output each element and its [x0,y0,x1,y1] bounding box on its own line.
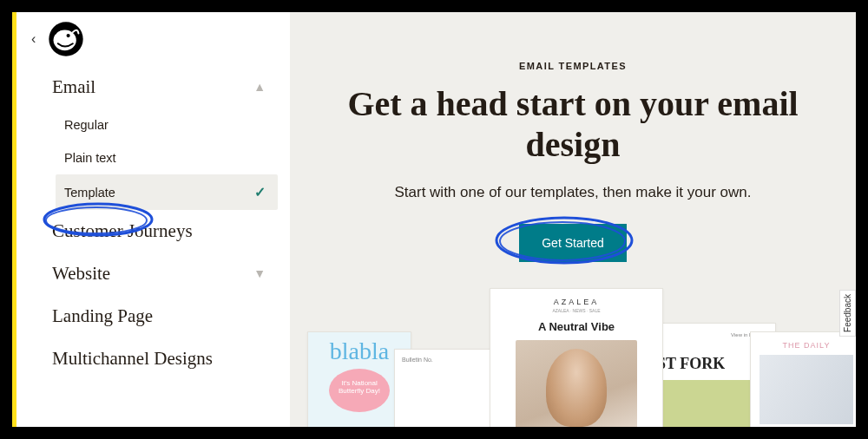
sub-item-template[interactable]: Template ✓ [56,174,278,210]
sidebar: ‹ Email ▲ [12,12,290,427]
nav-item-email[interactable]: Email ▲ [40,66,278,108]
get-started-button[interactable]: Get Started [519,224,627,262]
eyebrow-label: EMAIL TEMPLATES [290,61,856,71]
card-brand: THE DAILY [760,341,853,350]
sidebar-nav: Email ▲ Regular Plain text Template ✓ [12,66,290,380]
cta-wrap: Get Started [503,224,642,262]
card-brand: AZALEA [490,298,662,306]
nav-item-multichannel[interactable]: Multichannel Designs [40,337,278,380]
chevron-up-icon: ▲ [253,81,266,95]
email-subnav: Regular Plain text Template ✓ [40,108,278,210]
nav-label: Customer Journeys [52,220,193,242]
page-headline: Get a head start on your email design [325,83,821,165]
check-icon: ✓ [254,184,266,200]
logo-row: ‹ [12,21,290,66]
nav-label: Email [52,76,95,98]
sub-label: Plain text [64,151,116,165]
card-tiny: Bulletin No. [402,357,499,363]
app-window: ‹ Email ▲ [12,12,856,427]
feedback-tab[interactable]: Feedback [839,290,856,337]
nav-label: Landing Page [52,305,153,327]
card-tag: AZALEA · NEWS · SALE [490,308,662,313]
mailchimp-logo-icon[interactable] [48,21,84,57]
nav-item-customer-journeys[interactable]: Customer Journeys [40,210,278,252]
sub-label: Template [64,186,115,200]
nav-item-landing-page[interactable]: Landing Page [40,295,278,337]
card-image [516,340,637,427]
template-card-daily[interactable]: THE DAILY [750,331,856,427]
sub-item-regular[interactable]: Regular [56,108,278,141]
nav-label: Multichannel Designs [52,348,213,370]
nav-label: Website [52,263,110,285]
outer-frame: ‹ Email ▲ [0,0,868,439]
main-content: EMAIL TEMPLATES Get a head start on your… [290,12,856,427]
card-image [760,355,853,424]
template-card-azalea[interactable]: AZALEA AZALEA · NEWS · SALE A Neutral Vi… [490,288,663,427]
card-title: A Neutral Vibe [490,320,662,333]
chevron-down-icon: ▼ [253,267,266,281]
page-subhead: Start with one of our templates, then ma… [290,184,856,201]
template-cards-row: blabla It's National Butterfly Day! Bull… [290,288,856,427]
sub-item-plaintext[interactable]: Plain text [56,141,278,174]
nav-item-website[interactable]: Website ▼ [40,252,278,295]
svg-point-2 [67,34,70,37]
sub-label: Regular [64,118,108,132]
back-caret-icon[interactable]: ‹ [31,31,36,47]
card-bubble: It's National Butterfly Day! [329,369,390,412]
